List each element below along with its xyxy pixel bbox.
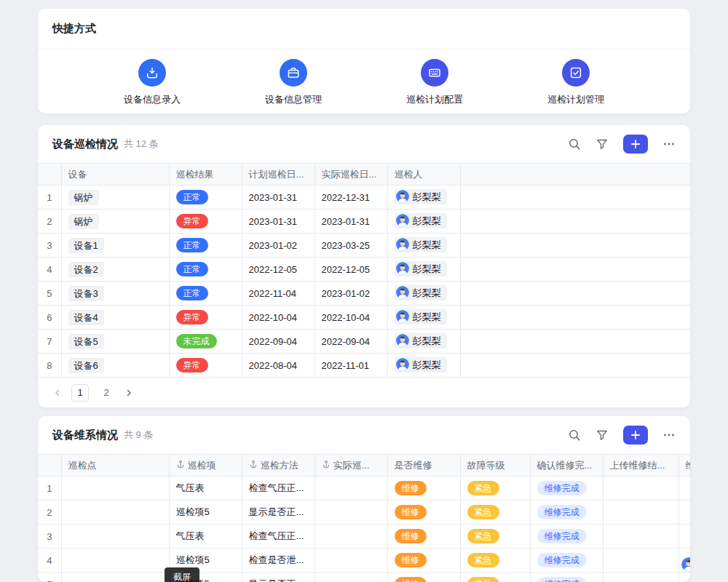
device-cell[interactable]: 锅炉 xyxy=(61,186,169,210)
plan-date-cell[interactable]: 2023-01-02 xyxy=(242,234,314,258)
column-header-point[interactable]: 巡检点 xyxy=(61,455,169,477)
device-cell[interactable]: 设备2 xyxy=(61,258,169,282)
result-cell[interactable]: 正常 xyxy=(169,186,242,210)
column-header-method[interactable]: 巡检方法 xyxy=(242,455,314,477)
result-cell[interactable]: 正常 xyxy=(169,234,242,258)
plan-date-cell[interactable]: 2022-08-04 xyxy=(242,354,314,378)
actual-date-cell[interactable]: 2023-01-31 xyxy=(314,210,387,234)
column-header-result[interactable]: 巡检结果 xyxy=(169,164,242,186)
column-header-actual[interactable]: 实际巡... xyxy=(314,455,387,477)
inspector-cell[interactable]: 彭梨梨 xyxy=(387,306,460,330)
shortcut-plan-config[interactable]: 巡检计划配置 xyxy=(387,59,482,106)
actual-cell[interactable] xyxy=(314,525,387,549)
actual-date-cell[interactable]: 2022-10-04 xyxy=(314,306,387,330)
method-cell[interactable]: 检查气压正... xyxy=(242,525,314,549)
plan-date-cell[interactable]: 2022-10-04 xyxy=(242,306,314,330)
result-cell[interactable]: 异常 xyxy=(169,306,242,330)
repair-cell[interactable]: 维修 xyxy=(387,573,460,582)
actual-date-cell[interactable]: 2022-11-01 xyxy=(314,354,387,378)
worker-cell[interactable] xyxy=(678,525,690,549)
result-cell[interactable]: 正常 xyxy=(169,282,242,306)
column-header-level[interactable]: 故障等级 xyxy=(460,455,530,477)
filter-icon[interactable] xyxy=(596,137,609,151)
page-2-button[interactable]: 2 xyxy=(98,384,115,402)
device-cell[interactable]: 设备5 xyxy=(61,330,169,354)
table-row[interactable]: 5 巡检项5 显示是否正... 维修 紧急 维修完成 xyxy=(38,573,690,582)
actual-cell[interactable] xyxy=(314,477,387,501)
column-header-actual-date[interactable]: 实际巡检日... xyxy=(314,164,387,186)
table-row[interactable]: 4 设备2 正常 2022-12-05 2022-12-05 彭梨梨 xyxy=(38,258,690,282)
plan-date-cell[interactable]: 2023-01-31 xyxy=(242,210,314,234)
column-header-device[interactable]: 设备 xyxy=(61,164,169,186)
column-header-inspector[interactable]: 巡检人 xyxy=(387,164,460,186)
search-icon[interactable] xyxy=(568,428,581,442)
level-cell[interactable]: 紧急 xyxy=(460,477,530,501)
confirm-cell[interactable]: 维修完成 xyxy=(530,501,603,525)
confirm-cell[interactable]: 维修完成 xyxy=(530,525,603,549)
device-cell[interactable]: 锅炉 xyxy=(61,210,169,234)
upload-cell[interactable] xyxy=(603,549,678,573)
inspector-cell[interactable]: 彭梨梨 xyxy=(387,354,460,378)
actual-date-cell[interactable]: 2022-12-05 xyxy=(314,258,387,282)
column-header-worker[interactable]: 维修人 xyxy=(678,455,690,477)
point-cell[interactable] xyxy=(61,573,169,582)
repair-cell[interactable]: 维修 xyxy=(387,477,460,501)
column-header-upload[interactable]: 上传维修结... xyxy=(603,455,678,477)
confirm-cell[interactable]: 维修完成 xyxy=(530,573,603,582)
result-cell[interactable]: 未完成 xyxy=(169,330,242,354)
worker-cell[interactable] xyxy=(678,501,690,525)
table-row[interactable]: 8 设备6 异常 2022-08-04 2022-11-01 彭梨梨 xyxy=(38,354,690,378)
level-cell[interactable]: 紧急 xyxy=(460,549,530,573)
table-row[interactable]: 5 设备3 正常 2022-11-04 2023-01-02 彭梨梨 xyxy=(38,282,690,306)
repair-cell[interactable]: 维修 xyxy=(387,525,460,549)
confirm-cell[interactable]: 维修完成 xyxy=(530,477,603,501)
item-cell[interactable]: 巡检项5 xyxy=(169,501,242,525)
actual-date-cell[interactable]: 2023-01-02 xyxy=(314,282,387,306)
filter-icon[interactable] xyxy=(596,428,609,442)
confirm-cell[interactable]: 维修完成 xyxy=(530,549,603,573)
repair-cell[interactable]: 维修 xyxy=(387,501,460,525)
level-cell[interactable]: 紧急 xyxy=(460,501,530,525)
actual-date-cell[interactable]: 2022-09-04 xyxy=(314,330,387,354)
plan-date-cell[interactable]: 2022-09-04 xyxy=(242,330,314,354)
method-cell[interactable]: 显示是否正... xyxy=(242,573,314,582)
upload-cell[interactable] xyxy=(603,501,678,525)
table-row[interactable]: 1 锅炉 正常 2023-01-31 2022-12-31 彭梨梨 xyxy=(38,186,690,210)
actual-date-cell[interactable]: 2022-12-31 xyxy=(314,186,387,210)
more-icon[interactable] xyxy=(662,428,676,442)
page-1-button[interactable]: 1 xyxy=(71,384,89,402)
actual-cell[interactable] xyxy=(314,549,387,573)
add-record-button[interactable] xyxy=(623,135,648,154)
worker-cell[interactable] xyxy=(678,477,690,501)
result-cell[interactable]: 正常 xyxy=(169,258,242,282)
table-row[interactable]: 1 气压表 检查气压正... 维修 紧急 维修完成 xyxy=(38,477,690,501)
add-record-button[interactable] xyxy=(623,426,648,445)
inspector-cell[interactable]: 彭梨梨 xyxy=(387,258,460,282)
device-cell[interactable]: 设备4 xyxy=(61,306,169,330)
next-page-button[interactable] xyxy=(124,388,134,398)
table-row[interactable]: 2 巡检项5 显示是否正... 维修 紧急 维修完成 xyxy=(38,501,690,525)
actual-date-cell[interactable]: 2023-03-25 xyxy=(314,234,387,258)
repair-cell[interactable]: 维修 xyxy=(387,549,460,573)
table-row[interactable]: 6 设备4 异常 2022-10-04 2022-10-04 彭梨梨 xyxy=(38,306,690,330)
search-icon[interactable] xyxy=(568,137,581,151)
prev-page-button[interactable] xyxy=(52,388,63,398)
table-row[interactable]: 7 设备5 未完成 2022-09-04 2022-09-04 彭梨梨 xyxy=(38,330,690,354)
point-cell[interactable] xyxy=(61,525,169,549)
shortcut-plan-manage[interactable]: 巡检计划管理 xyxy=(529,59,623,106)
point-cell[interactable] xyxy=(61,477,169,501)
shortcut-device-entry[interactable]: 设备信息录入 xyxy=(105,59,199,106)
plan-date-cell[interactable]: 2023-01-31 xyxy=(242,186,314,210)
plan-date-cell[interactable]: 2022-12-05 xyxy=(242,258,314,282)
method-cell[interactable]: 检查气压正... xyxy=(242,477,314,501)
device-cell[interactable]: 设备3 xyxy=(61,282,169,306)
actual-cell[interactable] xyxy=(314,501,387,525)
level-cell[interactable]: 紧急 xyxy=(460,525,530,549)
upload-cell[interactable] xyxy=(603,477,678,501)
point-cell[interactable] xyxy=(61,549,169,573)
table-row[interactable]: 4 巡检项5 检查是否泄... 维修 紧急 维修完成 xyxy=(38,549,690,573)
result-cell[interactable]: 异常 xyxy=(169,354,242,378)
device-cell[interactable]: 设备6 xyxy=(61,354,169,378)
device-cell[interactable]: 设备1 xyxy=(61,234,169,258)
inspector-cell[interactable]: 彭梨梨 xyxy=(387,210,460,234)
